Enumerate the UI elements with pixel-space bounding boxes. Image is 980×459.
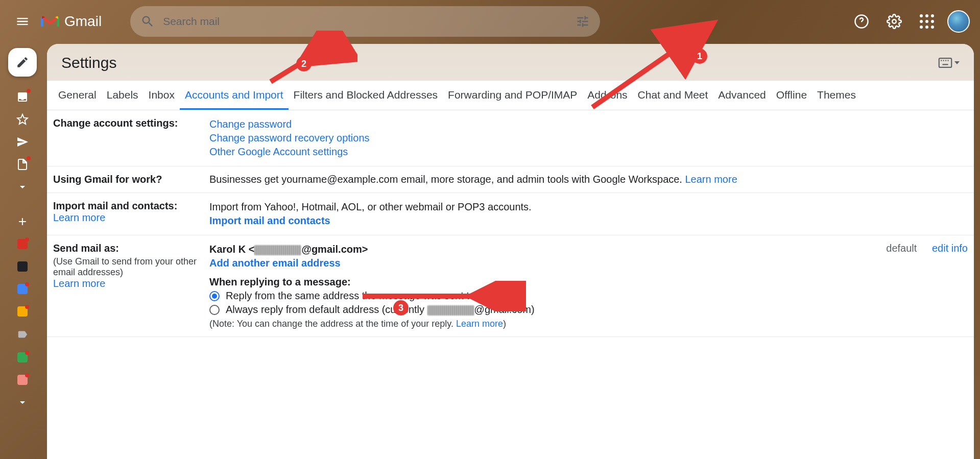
add-another-email-link[interactable]: Add another email address [209, 257, 341, 269]
send-as-learn-more-link[interactable]: Learn more [53, 278, 105, 289]
reply-note-prefix: (Note: You can change the address at the… [209, 319, 456, 329]
tab-forwarding-and-pop-imap[interactable]: Forwarding and POP/IMAP [443, 81, 582, 110]
more-chevron[interactable] [12, 177, 33, 197]
label-black[interactable] [17, 261, 28, 272]
import-mail-contacts-link[interactable]: Import mail and contacts [209, 215, 330, 226]
search-bar[interactable] [130, 6, 600, 37]
search-options-icon[interactable] [576, 14, 590, 29]
svg-rect-6 [947, 60, 948, 61]
keyboard-icon [938, 58, 952, 68]
labels-more-chevron[interactable] [12, 392, 33, 413]
tab-add-ons[interactable]: Add-ons [582, 81, 632, 110]
settings-button[interactable] [882, 9, 906, 34]
gmail-text: Gmail [64, 13, 102, 30]
reply-same-address-option[interactable]: Reply from the same address the message … [209, 289, 866, 303]
using-gmail-work-label: Using Gmail for work? [53, 174, 209, 185]
import-description: Import from Yahoo!, Hotmail, AOL, or oth… [209, 200, 968, 214]
tab-chat-and-meet[interactable]: Chat and Meet [633, 81, 713, 110]
label-blue[interactable] [17, 284, 28, 294]
send-mail-as-sub: (Use Gmail to send from your other email… [53, 256, 209, 278]
gmail-logo[interactable]: Gmail [41, 13, 102, 30]
svg-rect-5 [945, 60, 946, 61]
label-red[interactable] [17, 239, 28, 249]
reply-note-learn-more-link[interactable]: Learn more [456, 319, 503, 329]
default-email-blurred [427, 305, 474, 316]
main-menu-button[interactable] [10, 9, 35, 34]
reply-default-address-option[interactable]: Always reply from default address (curre… [209, 303, 866, 317]
compose-button[interactable] [8, 48, 37, 77]
identity-name: Karol K [209, 244, 246, 255]
search-icon [140, 14, 155, 29]
inbox-icon[interactable] [12, 87, 33, 107]
send-mail-as-label: Send mail as: [53, 243, 119, 254]
other-account-settings-link[interactable]: Other Google Account settings [209, 146, 348, 157]
gmail-m-icon [41, 14, 59, 29]
google-apps-button[interactable] [915, 9, 939, 34]
tab-advanced[interactable]: Advanced [713, 81, 771, 110]
tab-labels[interactable]: Labels [102, 81, 144, 110]
svg-rect-7 [942, 64, 948, 65]
caret-down-icon [954, 61, 960, 64]
change-recovery-link[interactable]: Change password recovery options [209, 132, 370, 143]
radio-unchecked-icon [209, 305, 220, 315]
starred-icon[interactable] [12, 109, 33, 130]
sent-icon[interactable] [12, 132, 33, 152]
support-button[interactable] [849, 9, 874, 34]
svg-rect-3 [941, 60, 942, 61]
input-tools-toggle[interactable] [938, 58, 960, 68]
settings-tabs: GeneralLabelsInboxAccounts and ImportFil… [47, 81, 974, 110]
annotation-badge-2: 2 [296, 56, 312, 71]
tab-offline[interactable]: Offline [771, 81, 812, 110]
edit-info-link[interactable]: edit info [932, 243, 968, 254]
svg-point-1 [892, 19, 896, 23]
search-input[interactable] [163, 15, 567, 28]
label-tag-grey[interactable] [17, 329, 28, 340]
tab-general[interactable]: General [53, 81, 102, 110]
tab-themes[interactable]: Themes [812, 81, 861, 110]
svg-rect-4 [943, 60, 944, 61]
identity-default-text: default [886, 243, 917, 254]
create-label-button[interactable]: + [12, 211, 33, 232]
account-avatar[interactable] [947, 10, 970, 33]
label-orange[interactable] [17, 306, 28, 317]
apps-grid-icon [920, 14, 934, 29]
import-learn-more-link[interactable]: Learn more [53, 212, 105, 223]
radio-checked-icon [209, 291, 220, 301]
page-title: Settings [61, 54, 116, 71]
tab-accounts-and-import[interactable]: Accounts and Import [180, 81, 289, 110]
work-description: Businesses get yourname@example.com emai… [209, 174, 685, 185]
reply-heading: When replying to a message: [209, 275, 866, 289]
label-green[interactable] [17, 352, 28, 363]
change-password-link[interactable]: Change password [209, 118, 292, 130]
identity-email-blurred [254, 245, 301, 255]
annotation-badge-3: 3 [393, 300, 409, 316]
work-learn-more-link[interactable]: Learn more [685, 174, 737, 185]
tab-filters-and-blocked-addresses[interactable]: Filters and Blocked Addresses [289, 81, 443, 110]
identity-suffix: @gmail.com> [301, 244, 368, 255]
tab-inbox[interactable]: Inbox [144, 81, 180, 110]
drafts-icon[interactable] [12, 154, 33, 175]
svg-rect-2 [939, 58, 951, 67]
annotation-badge-1: 1 [692, 49, 707, 64]
change-account-label: Change account settings: [53, 117, 209, 159]
label-pink[interactable] [17, 375, 28, 385]
import-label: Import mail and contacts: [53, 200, 177, 211]
